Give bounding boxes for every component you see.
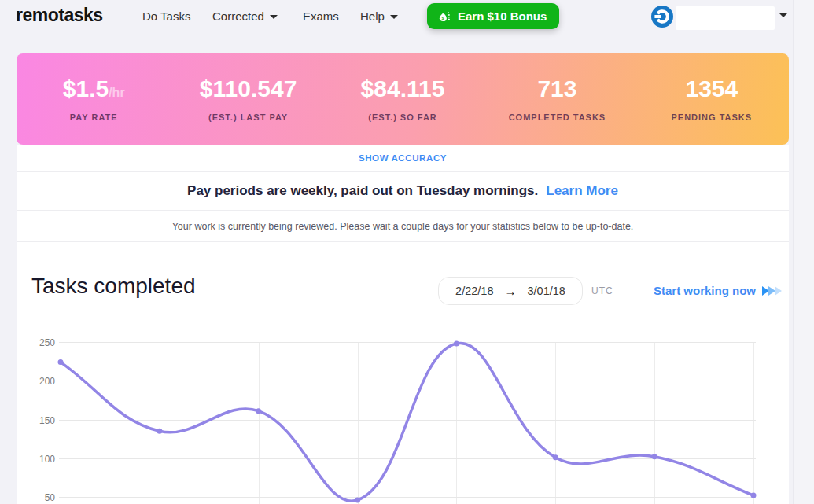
nav-item-label: Help xyxy=(360,9,385,23)
main-content: SHOW ACCURACY Pay periods are weekly, pa… xyxy=(17,145,789,504)
stat-label: COMPLETED TASKS xyxy=(480,112,634,122)
svg-text:100: 100 xyxy=(39,454,55,465)
money-bag-icon: $ xyxy=(436,9,451,24)
show-accuracy-link[interactable]: SHOW ACCURACY xyxy=(359,153,447,163)
pay-note-row: Pay periods are weekly, paid out on Tues… xyxy=(17,172,789,211)
user-avatar[interactable] xyxy=(651,6,673,28)
nav-item-label: Do Tasks xyxy=(142,9,190,23)
stat-label: PENDING TASKS xyxy=(635,112,789,122)
stat-label: (EST.) LAST PAY xyxy=(171,112,325,122)
stat-value: $1.5 xyxy=(63,75,109,101)
stat-value: $110.547 xyxy=(171,77,325,101)
top-nav: remotasks Do Tasks Corrected Exams Help … xyxy=(0,0,814,53)
accuracy-row: SHOW ACCURACY xyxy=(17,145,789,172)
stat-label: (EST.) SO FAR xyxy=(326,112,480,122)
account-caret-down-icon[interactable] xyxy=(779,13,787,17)
nav-item-exams[interactable]: Exams xyxy=(303,9,339,23)
stats-banner: $1.5/hr PAY RATE $110.547 (EST.) LAST PA… xyxy=(17,53,789,145)
review-note-text: Your work is currently being reviewed. P… xyxy=(172,221,634,232)
earn-bonus-button[interactable]: $ Earn $10 Bonus xyxy=(427,3,559,29)
stat-value: 713 xyxy=(480,77,634,101)
caret-down-icon xyxy=(390,15,398,19)
stat-pending-tasks: 1354 PENDING TASKS xyxy=(635,77,789,122)
earn-bonus-label: Earn $10 Bonus xyxy=(458,9,547,23)
stat-so-far: $84.115 (EST.) SO FAR xyxy=(326,77,480,122)
svg-text:150: 150 xyxy=(39,415,55,426)
nav-item-do-tasks[interactable]: Do Tasks xyxy=(142,9,190,23)
power-logo-icon xyxy=(651,17,673,30)
pay-note-text: Pay periods are weekly, paid out on Tues… xyxy=(187,183,538,199)
stat-suffix: /hr xyxy=(109,86,124,99)
stat-label: PAY RATE xyxy=(17,112,171,122)
nav-item-label: Corrected xyxy=(212,9,264,23)
caret-down-icon xyxy=(270,15,278,19)
stat-value: $84.115 xyxy=(326,77,480,101)
nav-item-corrected[interactable]: Corrected xyxy=(212,9,278,23)
stat-value: 1354 xyxy=(635,77,789,101)
remotasks-logo[interactable]: remotasks xyxy=(16,5,103,26)
tasks-completed-chart[interactable]: 25020015010050 xyxy=(17,242,789,504)
learn-more-link[interactable]: Learn More xyxy=(546,183,618,199)
review-note-row: Your work is currently being reviewed. P… xyxy=(17,211,789,242)
stat-last-pay: $110.547 (EST.) LAST PAY xyxy=(171,77,325,122)
stat-pay-rate: $1.5/hr PAY RATE xyxy=(17,77,171,122)
svg-text:250: 250 xyxy=(39,337,55,348)
svg-text:200: 200 xyxy=(39,376,55,387)
nav-item-help[interactable]: Help xyxy=(360,9,398,23)
stat-completed-tasks: 713 COMPLETED TASKS xyxy=(480,77,634,122)
tasks-completed-section: Tasks completed 2/22/18 → 3/01/18 UTC St… xyxy=(17,242,789,504)
scrollbar-track[interactable] xyxy=(793,0,814,504)
nav-item-label: Exams xyxy=(303,9,339,23)
account-name-field[interactable] xyxy=(676,6,775,30)
svg-text:50: 50 xyxy=(45,492,56,503)
